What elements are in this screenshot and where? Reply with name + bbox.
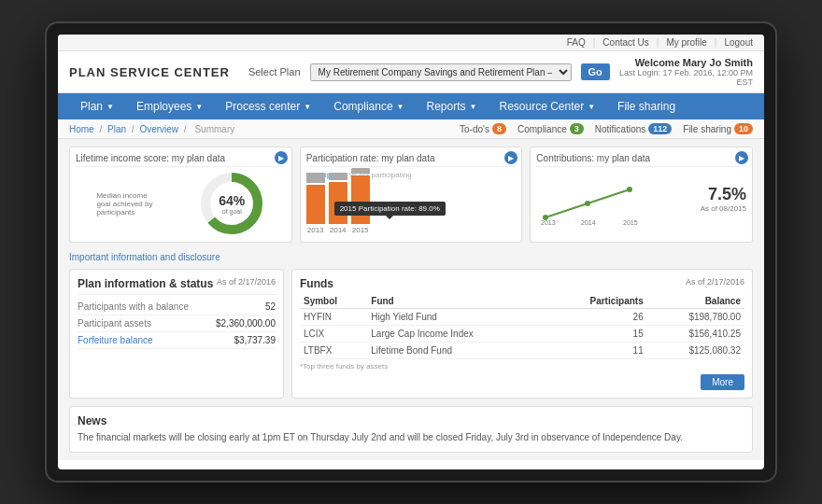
- breadcrumb-home[interactable]: Home: [69, 124, 94, 134]
- lifetime-caption: Median income goal achieved by participa…: [96, 191, 157, 217]
- funds-note: *Top three funds by assets: [300, 362, 744, 371]
- go-button[interactable]: Go: [581, 63, 610, 80]
- fund-balance: $198,780.00: [647, 309, 744, 326]
- select-plan-label: Select Plan: [248, 66, 301, 77]
- utility-bar: FAQ | Contact Us | My profile | Logout: [58, 35, 764, 51]
- contributions-value: 7.5%: [701, 185, 746, 204]
- chevron-down-icon: ▼: [470, 103, 477, 111]
- fund-balance: $125,080.32: [647, 343, 744, 359]
- participating-bar-2015: [351, 175, 370, 224]
- donut-label: of goal: [219, 208, 245, 215]
- donut-percentage: 64%: [219, 193, 245, 208]
- nav-bar: Plan ▼ Employees ▼ Process center ▼ Comp…: [58, 93, 764, 119]
- news-panel: News The financial markets will be closi…: [69, 406, 753, 453]
- nav-file-sharing[interactable]: File sharing: [606, 93, 687, 119]
- contributions-card: Contributions: my plan data ▶ 2013 2014 …: [530, 147, 753, 243]
- bar-group-2013: 2013: [306, 173, 325, 234]
- contributions-title: Contributions: my plan data: [536, 153, 746, 167]
- breadcrumb: Home / Plan / Overview / Summary: [69, 124, 237, 134]
- compliance-badge[interactable]: Compliance 3: [517, 123, 584, 134]
- svg-text:2014: 2014: [581, 219, 596, 226]
- breadcrumb-overview[interactable]: Overview: [139, 124, 178, 134]
- user-info: Welcome Mary Jo Smith Last Login: 17 Feb…: [619, 57, 753, 87]
- cards-row: Lifetime income score: my plan data ▶ Me…: [69, 147, 753, 243]
- chevron-down-icon: ▼: [106, 103, 114, 111]
- nav-reports[interactable]: Reports ▼: [416, 93, 489, 119]
- plan-info-title: Plan information & status: [78, 277, 213, 290]
- nav-resource-center[interactable]: Resource Center ▼: [488, 93, 606, 119]
- plan-info-row-forfeiture: Forfeiture balance $3,737.39: [78, 332, 276, 349]
- nav-compliance[interactable]: Compliance ▼: [322, 93, 415, 119]
- participation-chart-area: 2015 Participation rate: 89.0% 2013: [306, 183, 517, 234]
- svg-point-4: [627, 187, 632, 192]
- fund-symbol: HYFIN: [300, 309, 367, 326]
- breadcrumb-plan[interactable]: Plan: [107, 124, 126, 134]
- profile-link[interactable]: My profile: [666, 37, 706, 48]
- panels-row: Plan information & status As of 2/17/201…: [69, 269, 753, 399]
- table-row: LCIX Large Cap Income Index 15 $156,410.…: [300, 326, 744, 343]
- fund-name: High Yield Fund: [367, 309, 547, 326]
- todos-badge[interactable]: To-do's 8: [460, 123, 506, 134]
- fund-balance: $156,410.25: [647, 326, 744, 343]
- fund-participants: 15: [547, 326, 647, 343]
- chevron-down-icon: ▼: [588, 103, 595, 111]
- chevron-down-icon: ▼: [195, 103, 203, 111]
- funds-table: Symbol Fund Participants Balance HYFIN H…: [300, 294, 744, 359]
- funds-col-fund: Fund: [367, 294, 547, 309]
- lifetime-income-title: Lifetime income score: my plan data: [76, 153, 286, 167]
- disclosure-link[interactable]: Important information and disclosure: [69, 252, 220, 262]
- funds-date: As of 2/17/2016: [686, 277, 744, 287]
- fund-name: Lifetime Bond Fund: [367, 343, 547, 359]
- contributions-date: As of 08/2015: [701, 204, 746, 213]
- funds-panel: Funds As of 2/17/2016 Symbol Fund Partic…: [291, 269, 753, 399]
- participation-title: Participation rate: my plan data: [306, 153, 517, 167]
- faq-link[interactable]: FAQ: [567, 37, 586, 48]
- main-content: Lifetime income score: my plan data ▶ Me…: [58, 139, 764, 460]
- welcome-message: Welcome Mary Jo Smith: [619, 57, 753, 68]
- header: PLAN SERVICE CENTER Select Plan My Retir…: [58, 51, 764, 93]
- plan-info-row-participants: Participants with a balance 52: [78, 299, 276, 315]
- participating-bar-2013: [306, 185, 325, 224]
- plan-info-panel: Plan information & status As of 2/17/201…: [69, 269, 284, 399]
- fund-participants: 26: [547, 309, 647, 326]
- nav-employees[interactable]: Employees ▼: [125, 93, 214, 119]
- fund-symbol: LTBFX: [300, 343, 367, 359]
- fund-symbol: LCIX: [300, 326, 367, 343]
- nav-process-center[interactable]: Process center ▼: [214, 93, 322, 119]
- funds-title: Funds: [300, 277, 333, 290]
- badges: To-do's 8 Compliance 3 Notifications 112…: [460, 123, 753, 134]
- svg-text:2015: 2015: [623, 219, 638, 226]
- news-title: News: [78, 414, 744, 427]
- plan-info-row-assets: Participant assets $2,360,000.00: [78, 315, 276, 332]
- funds-col-balance: Balance: [647, 294, 744, 309]
- plan-info-date: As of 2/17/2016: [217, 277, 276, 287]
- funds-col-symbol: Symbol: [300, 294, 367, 309]
- line-chart: 2013 2014 2015: [536, 171, 648, 227]
- contact-link[interactable]: Contact Us: [602, 37, 648, 48]
- chevron-down-icon: ▼: [304, 103, 311, 111]
- svg-point-3: [585, 201, 590, 206]
- breadcrumb-summary: Summary: [194, 124, 234, 134]
- file-sharing-badge[interactable]: File sharing 10: [683, 123, 753, 134]
- last-login: Last Login: 17 Feb. 2016, 12:00 PM EST: [619, 68, 753, 87]
- participation-card: Participation rate: my plan data ▶ Parti…: [300, 147, 523, 243]
- table-row: HYFIN High Yield Fund 26 $198,780.00: [300, 309, 744, 326]
- participation-tooltip: 2015 Participation rate: 89.0%: [334, 202, 446, 216]
- sub-header: Home / Plan / Overview / Summary To-do's…: [58, 119, 764, 139]
- lifetime-income-card: Lifetime income score: my plan data ▶ Me…: [69, 147, 292, 243]
- fund-participants: 11: [547, 343, 647, 359]
- nav-plan[interactable]: Plan ▼: [69, 93, 125, 119]
- donut-chart: 64% of goal: [199, 171, 264, 236]
- funds-more-button[interactable]: More: [701, 374, 744, 390]
- plan-select[interactable]: My Retirement Company Savings and Retire…: [310, 63, 572, 81]
- notifications-badge[interactable]: Notifications 112: [595, 123, 673, 134]
- lifetime-close-button[interactable]: ▶: [275, 151, 288, 164]
- funds-col-participants: Participants: [547, 294, 647, 309]
- contributions-close-button[interactable]: ▶: [735, 151, 748, 164]
- svg-text:2013: 2013: [541, 219, 556, 226]
- fund-name: Large Cap Income Index: [367, 326, 547, 343]
- table-row: LTBFX Lifetime Bond Fund 11 $125,080.32: [300, 343, 744, 359]
- logout-link[interactable]: Logout: [724, 37, 753, 48]
- not-participating-bar-2013: [306, 173, 325, 183]
- not-participating-bar-2014: [329, 173, 347, 180]
